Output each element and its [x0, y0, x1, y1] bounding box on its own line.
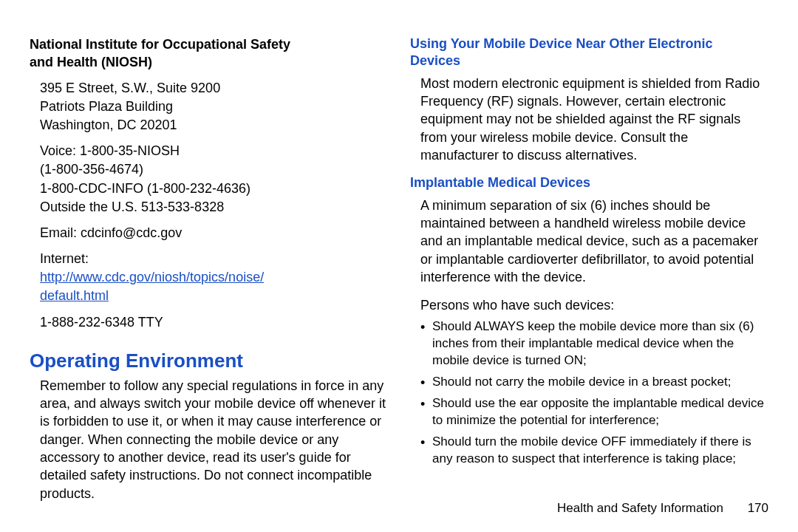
h2a-l2: Devices — [410, 53, 460, 68]
internet-label: Internet: — [40, 251, 89, 266]
email-line: Email: cdcinfo@cdc.gov — [40, 225, 182, 240]
implantable-bullets: Should ALWAYS keep the mobile device mor… — [420, 318, 768, 468]
voice-l2: (1-800-356-4674) — [40, 162, 143, 177]
left-column: National Institute for Occupational Safe… — [30, 35, 388, 513]
addr-line2: Patriots Plaza Building — [40, 99, 173, 114]
niosh-heading-l1: National Institute for Occupational Safe… — [30, 37, 290, 52]
internet-block: Internet: http://www.cdc.gov/niosh/topic… — [40, 250, 388, 306]
using-near-devices-heading: Using Your Mobile Device Near Other Elec… — [410, 35, 768, 70]
niosh-heading: National Institute for Occupational Safe… — [30, 35, 388, 72]
h2a-l1: Using Your Mobile Device Near Other Elec… — [410, 36, 712, 51]
voice-l1: Voice: 1-800-35-NIOSH — [40, 143, 180, 158]
niosh-heading-l2: and Health (NIOSH) — [30, 55, 152, 69]
email-block: Email: cdcinfo@cdc.gov — [40, 224, 388, 242]
voice-l3: 1-800-CDC-INFO (1-800-232-4636) — [40, 181, 250, 196]
list-item: Should turn the mobile device OFF immedi… — [420, 434, 768, 468]
using-near-devices-para: Most modern electronic equipment is shie… — [420, 75, 768, 164]
list-item: Should ALWAYS keep the mobile device mor… — [420, 318, 768, 369]
footer-page-number: 170 — [748, 501, 768, 515]
voice-l4: Outside the U.S. 513-533-8328 — [40, 200, 224, 214]
addr-line1: 395 E Street, S.W., Suite 9200 — [40, 81, 220, 95]
operating-environment-para: Remember to follow any special regulatio… — [40, 377, 388, 502]
voice-block: Voice: 1-800-35-NIOSH (1-800-356-4674) 1… — [40, 142, 388, 216]
list-item: Should not carry the mobile device in a … — [420, 374, 768, 391]
page-footer: Health and Safety Information 170 — [557, 501, 768, 516]
implantable-para: A minimum separation of six (6) inches s… — [420, 197, 768, 286]
tty-line: 1-888-232-6348 TTY — [40, 313, 388, 332]
address-block: 395 E Street, S.W., Suite 9200 Patriots … — [40, 79, 388, 135]
internet-link-l2[interactable]: default.html — [40, 288, 109, 303]
page-columns: National Institute for Occupational Safe… — [30, 35, 768, 513]
operating-environment-heading: Operating Environment — [30, 349, 388, 372]
right-column: Using Your Mobile Device Near Other Elec… — [410, 35, 768, 513]
internet-link-l1[interactable]: http://www.cdc.gov/niosh/topics/noise/ — [40, 270, 264, 284]
list-item: Should use the ear opposite the implanta… — [420, 395, 768, 429]
footer-section: Health and Safety Information — [557, 501, 723, 515]
implantable-heading: Implantable Medical Devices — [410, 174, 768, 191]
persons-intro: Persons who have such devices: — [420, 296, 768, 314]
addr-line3: Washington, DC 20201 — [40, 117, 177, 132]
